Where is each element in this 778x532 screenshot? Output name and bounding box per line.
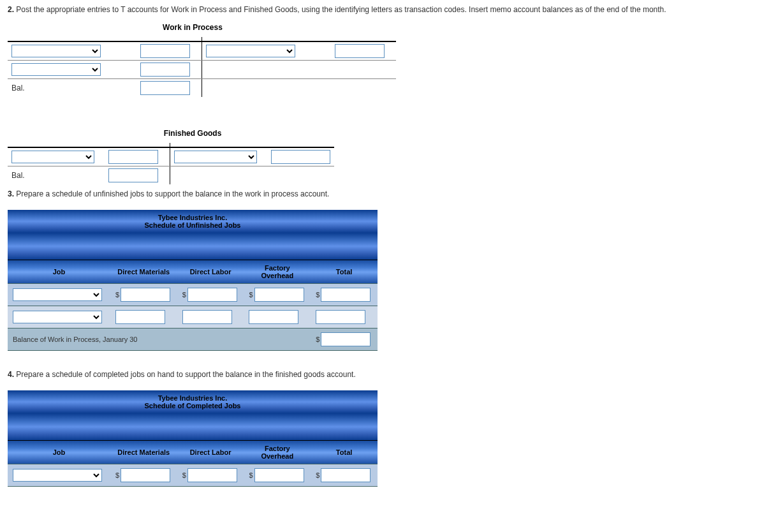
sched2-col-foh: Factory Overhead [244,441,311,464]
sched2-row1-dm[interactable] [121,468,170,482]
sched2-row1-foh[interactable] [254,468,304,482]
fg-bal-label: Bal. [8,166,105,185]
dollar-sign: $ [182,471,187,479]
sched1-row1-total[interactable] [321,288,371,302]
question-2: 2. Post the appropriate entries to T acc… [8,5,770,14]
sched1-title: Schedule of Unfinished Jobs [13,221,372,229]
sched2-company: Tybee Industries Inc. [13,394,372,402]
sched1-row2-dm[interactable] [115,310,165,324]
fg-debit1-dropdown[interactable] [11,151,94,163]
sched1-row2-job-dropdown[interactable] [13,311,102,323]
sched1-col-dl: Direct Labor [177,260,244,284]
wip-debit2-dropdown[interactable] [11,63,101,76]
fg-credit1-dropdown[interactable] [174,151,257,163]
sched1-col-foh: Factory Overhead [244,260,311,284]
dollar-sign: $ [115,471,121,479]
sched1-row1-dm[interactable] [121,288,170,302]
sched1-row1-job-dropdown[interactable] [13,288,102,301]
wip-debit2-amount[interactable] [140,63,190,77]
wip-debit1-dropdown[interactable] [11,45,101,57]
dollar-sign: $ [316,471,321,479]
wip-debit1-amount[interactable] [140,44,190,58]
dollar-sign: $ [316,291,321,299]
dollar-sign: $ [115,291,121,299]
wip-bal-label: Bal. [8,79,136,98]
schedule-completed: Tybee Industries Inc. Schedule of Comple… [8,390,378,487]
sched1-col-total: Total [311,260,378,284]
fg-bal-amount[interactable] [108,168,158,182]
dollar-sign: $ [182,291,187,299]
fg-title: Finished Goods [8,129,378,138]
sched2-col-total: Total [311,441,378,464]
fg-debit1-amount[interactable] [108,150,158,164]
q4-num: 4. [8,370,14,379]
sched2-col-job: Job [8,441,110,464]
q2-num: 2. [8,5,14,14]
sched1-row1-dl[interactable] [187,288,237,302]
sched1-row2-foh[interactable] [249,310,298,324]
sched1-col-dm: Direct Materials [110,260,177,284]
q3-text: Prepare a schedule of unfinished jobs to… [16,189,329,198]
dollar-sign: $ [249,471,254,479]
question-4: 4. Prepare a schedule of completed jobs … [8,370,770,379]
dollar-sign: $ [249,291,254,299]
fg-credit1-amount[interactable] [271,150,330,164]
sched1-company: Tybee Industries Inc. [13,214,372,221]
sched2-row1-total[interactable] [321,468,371,482]
q3-num: 3. [8,189,14,198]
fg-t-account: Bal. [8,143,334,184]
sched2-row1-dl[interactable] [187,468,237,482]
wip-credit1-dropdown[interactable] [206,45,295,57]
sched2-col-dl: Direct Labor [177,441,244,464]
schedule-unfinished: Tybee Industries Inc. Schedule of Unfini… [8,210,378,351]
wip-title: Work in Process [8,23,378,32]
sched1-col-job: Job [8,260,110,284]
q4-text: Prepare a schedule of completed jobs on … [16,370,355,379]
wip-t-account: Bal. [8,37,396,97]
wip-credit1-amount[interactable] [335,44,385,58]
q2-text: Post the appropriate entries to T accoun… [16,5,666,14]
sched1-row2-dl[interactable] [182,310,232,324]
wip-bal-amount[interactable] [140,81,190,95]
sched1-balance-total[interactable] [321,332,371,346]
sched2-row1-job-dropdown[interactable] [13,469,102,482]
sched1-row2-total[interactable] [316,310,365,324]
sched2-col-dm: Direct Materials [110,441,177,464]
sched1-balance-label: Balance of Work in Process, January 30 [8,329,311,351]
question-3: 3. Prepare a schedule of unfinished jobs… [8,189,770,198]
dollar-sign: $ [316,336,321,343]
sched2-title: Schedule of Completed Jobs [13,402,372,410]
sched1-row1-foh[interactable] [254,288,304,302]
